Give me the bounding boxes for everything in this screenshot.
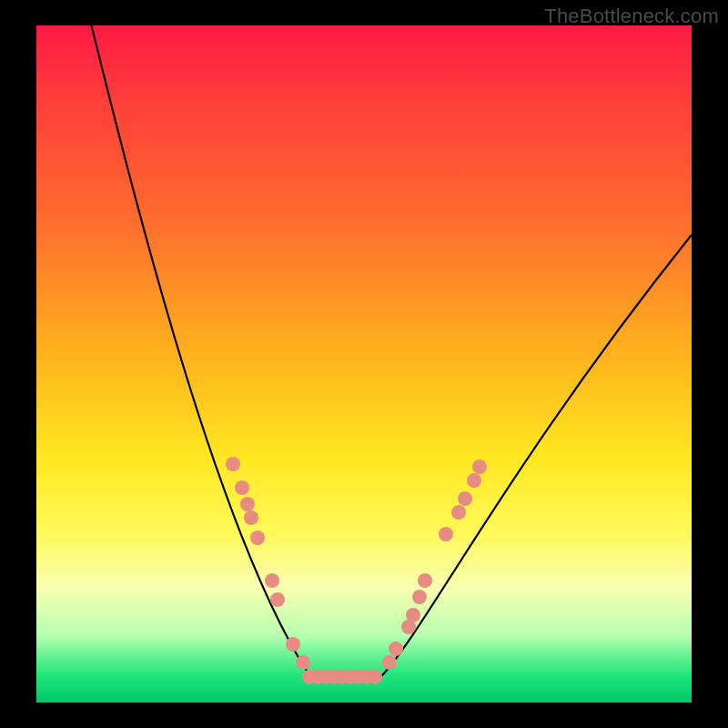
dot-right-1 (389, 642, 403, 656)
dot-right-10 (472, 460, 487, 474)
dot-right-0 (382, 655, 397, 670)
plot-area (36, 25, 692, 703)
dot-right-8 (458, 491, 472, 506)
bottleneck-curve (89, 16, 692, 680)
dot-right-3 (406, 608, 420, 622)
dots-left-group (226, 457, 310, 670)
dot-left-8 (296, 655, 310, 670)
flat-segment (302, 670, 382, 684)
dot-left-3 (244, 511, 258, 525)
dot-left-0 (226, 457, 240, 471)
dots-right-group (382, 460, 487, 670)
chart-frame: TheBottleneck.com (0, 0, 728, 728)
dot-right-7 (451, 505, 466, 520)
dot-left-4 (250, 531, 265, 545)
dot-right-5 (418, 573, 432, 588)
dot-left-7 (286, 637, 300, 652)
curve-svg (36, 25, 692, 703)
dot-left-6 (270, 592, 285, 607)
dot-left-1 (235, 480, 249, 495)
dot-right-4 (412, 590, 427, 604)
dot-left-5 (265, 573, 279, 588)
dot-right-6 (439, 527, 453, 541)
dot-right-9 (467, 473, 481, 488)
flat-dot (368, 670, 382, 684)
dot-left-2 (240, 497, 255, 511)
watermark-text: TheBottleneck.com (544, 5, 719, 28)
